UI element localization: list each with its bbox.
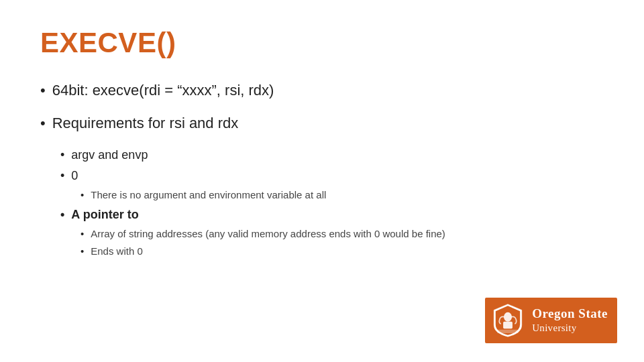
bullet-text-2c1: Array of string addresses (any valid mem… bbox=[91, 227, 445, 242]
bullet-text-2: Requirements for rsi and rdx bbox=[52, 112, 239, 134]
osu-line1: Oregon State bbox=[532, 306, 608, 322]
svg-rect-1 bbox=[503, 322, 513, 328]
osu-shield-icon bbox=[490, 303, 525, 338]
list-item: • 0 bbox=[60, 167, 604, 185]
bullet-text-2c2: Ends with 0 bbox=[91, 244, 143, 259]
list-item: • There is no argument and environment v… bbox=[80, 188, 604, 203]
bullet-text-2b1: There is no argument and environment var… bbox=[91, 188, 326, 203]
bullet-dot-2c: • bbox=[60, 206, 64, 224]
bullet-dot-2: • bbox=[40, 112, 46, 134]
slide-content: • 64bit: execve(rdi = “xxxx”, rsi, rdx) … bbox=[40, 79, 604, 259]
list-item: • argv and envp bbox=[60, 146, 604, 164]
osu-line2: University bbox=[532, 322, 608, 335]
list-item: • Requirements for rsi and rdx bbox=[40, 112, 604, 134]
list-item: • 64bit: execve(rdi = “xxxx”, rsi, rdx) bbox=[40, 79, 604, 101]
bullet-dot-2c2: • bbox=[80, 244, 84, 259]
bullet-dot-2b: • bbox=[60, 167, 64, 185]
slide-title: EXECVE() bbox=[40, 27, 604, 59]
svg-rect-2 bbox=[498, 330, 519, 333]
bullet-text-2a: argv and envp bbox=[71, 146, 148, 164]
svg-point-0 bbox=[504, 312, 512, 322]
list-item: • Ends with 0 bbox=[80, 244, 604, 259]
bullet-text-1: 64bit: execve(rdi = “xxxx”, rsi, rdx) bbox=[52, 79, 274, 101]
osu-logo: Oregon State University bbox=[485, 298, 617, 343]
bullet-text-2b: 0 bbox=[71, 167, 78, 185]
bullet-dot-2a: • bbox=[60, 146, 64, 164]
bullet-dot-2c1: • bbox=[80, 227, 84, 242]
slide: EXECVE() • 64bit: execve(rdi = “xxxx”, r… bbox=[0, 0, 644, 362]
list-item: • Array of string addresses (any valid m… bbox=[80, 227, 604, 242]
list-item: • A pointer to bbox=[60, 206, 604, 224]
bullet-dot-2b1: • bbox=[80, 188, 84, 203]
bullet-dot-1: • bbox=[40, 79, 46, 101]
bullet-text-2c: A pointer to bbox=[71, 206, 138, 224]
osu-university-name: Oregon State University bbox=[532, 306, 608, 335]
